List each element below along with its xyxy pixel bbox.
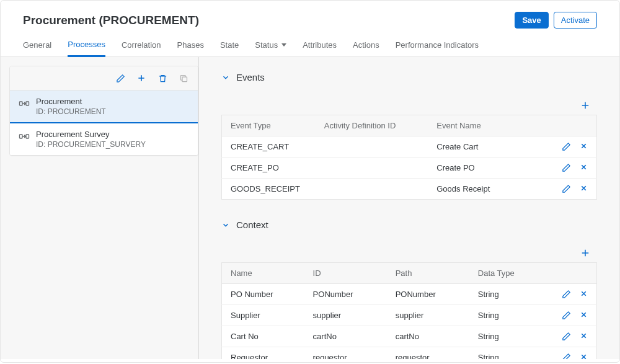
delete-icon[interactable]	[157, 73, 168, 84]
page-title: Procurement (PROCUREMENT)	[23, 14, 199, 27]
tab-state[interactable]: State	[220, 40, 239, 56]
save-button[interactable]: Save	[515, 12, 548, 29]
event-name-cell: Create PO	[428, 158, 552, 179]
chevron-down-icon	[281, 43, 286, 47]
sidebar-item-procurement-survey[interactable]: Procurement Survey ID: PROCUREMENT_SURVE…	[10, 123, 198, 156]
chevron-down-icon	[221, 221, 230, 229]
tab-performance-indicators[interactable]: Performance Indicators	[396, 40, 479, 56]
delete-row-icon[interactable]	[580, 353, 588, 359]
context-name-cell: Cart No	[222, 326, 304, 347]
svg-rect-1	[20, 102, 23, 105]
section-toggle-events[interactable]: Events	[221, 72, 597, 82]
context-id-cell: cartNo	[304, 326, 387, 347]
context-col-dtype: Data Type	[469, 263, 552, 284]
context-dtype-cell: String	[469, 326, 552, 347]
event-name-cell: Goods Receipt	[428, 179, 552, 200]
edit-icon[interactable]	[115, 73, 126, 84]
context-dtype-cell: String	[469, 347, 552, 360]
context-col-path: Path	[387, 263, 469, 284]
context-id-cell: supplier	[304, 305, 387, 326]
context-id-cell: requestor	[304, 347, 387, 360]
delete-row-icon[interactable]	[580, 163, 588, 172]
table-row: GOODS_RECEIPTGoods Receipt	[222, 179, 597, 200]
event-activity-cell	[316, 158, 428, 179]
delete-row-icon[interactable]	[580, 290, 588, 299]
edit-row-icon[interactable]	[562, 290, 571, 299]
context-name-cell: Requestor	[222, 347, 304, 360]
sidebar-item-label: Procurement	[36, 97, 106, 106]
tab-correlation[interactable]: Correlation	[122, 40, 161, 56]
context-path-cell: supplier	[387, 305, 469, 326]
event-name-cell: Create Cart	[428, 136, 552, 158]
events-table: Event Type Activity Definition ID Event …	[221, 115, 597, 200]
svg-rect-3	[20, 135, 23, 138]
delete-row-icon[interactable]	[580, 184, 588, 193]
table-row: CREATE_POCreate PO	[222, 158, 597, 179]
table-row: RequestorrequestorrequestorString	[222, 347, 597, 360]
context-path-cell: cartNo	[387, 326, 469, 347]
event-type-cell: CREATE_CART	[222, 136, 316, 158]
events-col-type: Event Type	[222, 115, 316, 136]
tab-actions[interactable]: Actions	[353, 40, 379, 56]
section-toggle-context[interactable]: Context	[221, 220, 597, 230]
table-row: CREATE_CARTCreate Cart	[222, 136, 597, 158]
delete-row-icon[interactable]	[580, 332, 588, 341]
edit-row-icon[interactable]	[562, 163, 571, 172]
sidebar-item-procurement[interactable]: Procurement ID: PROCUREMENT	[10, 91, 198, 123]
context-table: Name ID Path Data Type PO NumberPONumber…	[221, 262, 597, 359]
events-col-name: Event Name	[428, 115, 552, 136]
process-icon	[19, 131, 30, 142]
add-event-button[interactable]	[580, 100, 591, 111]
svg-rect-0	[182, 77, 187, 82]
event-activity-cell	[316, 136, 428, 158]
activate-button[interactable]: Activate	[554, 12, 597, 29]
context-dtype-cell: String	[469, 284, 552, 305]
context-dtype-cell: String	[469, 305, 552, 326]
event-type-cell: GOODS_RECEIPT	[222, 179, 316, 200]
delete-row-icon[interactable]	[580, 142, 588, 151]
context-col-name: Name	[222, 263, 304, 284]
edit-row-icon[interactable]	[562, 184, 571, 193]
edit-row-icon[interactable]	[562, 311, 571, 320]
sidebar-item-id: ID: PROCUREMENT_SURVERY	[36, 140, 146, 149]
events-col-activity: Activity Definition ID	[316, 115, 428, 136]
process-icon	[19, 98, 30, 109]
context-col-id: ID	[304, 263, 387, 284]
section-title: Context	[236, 220, 268, 230]
svg-rect-4	[26, 135, 29, 138]
tab-phases[interactable]: Phases	[177, 40, 204, 56]
tab-general[interactable]: General	[23, 40, 51, 56]
event-activity-cell	[316, 179, 428, 200]
edit-row-icon[interactable]	[562, 332, 571, 341]
edit-row-icon[interactable]	[562, 353, 571, 359]
context-path-cell: requestor	[387, 347, 469, 360]
copy-icon[interactable]	[178, 73, 189, 84]
context-name-cell: Supplier	[222, 305, 304, 326]
sidebar-item-id: ID: PROCUREMENT	[36, 107, 106, 116]
context-id-cell: PONumber	[304, 284, 387, 305]
tab-bar: General Processes Correlation Phases Sta…	[1, 29, 619, 57]
context-name-cell: PO Number	[222, 284, 304, 305]
event-type-cell: CREATE_PO	[222, 158, 316, 179]
tab-processes[interactable]: Processes	[68, 40, 105, 57]
table-row: PO NumberPONumberPONumberString	[222, 284, 597, 305]
tab-attributes[interactable]: Attributes	[303, 40, 337, 56]
delete-row-icon[interactable]	[580, 311, 588, 320]
section-title: Events	[236, 72, 265, 82]
svg-rect-2	[26, 102, 29, 105]
add-context-button[interactable]	[580, 247, 591, 259]
chevron-down-icon	[221, 73, 230, 82]
table-row: Cart NocartNocartNoString	[222, 326, 597, 347]
tab-status[interactable]: Status	[255, 40, 286, 56]
table-row: SuppliersuppliersupplierString	[222, 305, 597, 326]
edit-row-icon[interactable]	[562, 142, 571, 151]
add-icon[interactable]	[136, 73, 147, 84]
context-path-cell: PONumber	[387, 284, 469, 305]
sidebar-item-label: Procurement Survey	[36, 130, 146, 139]
